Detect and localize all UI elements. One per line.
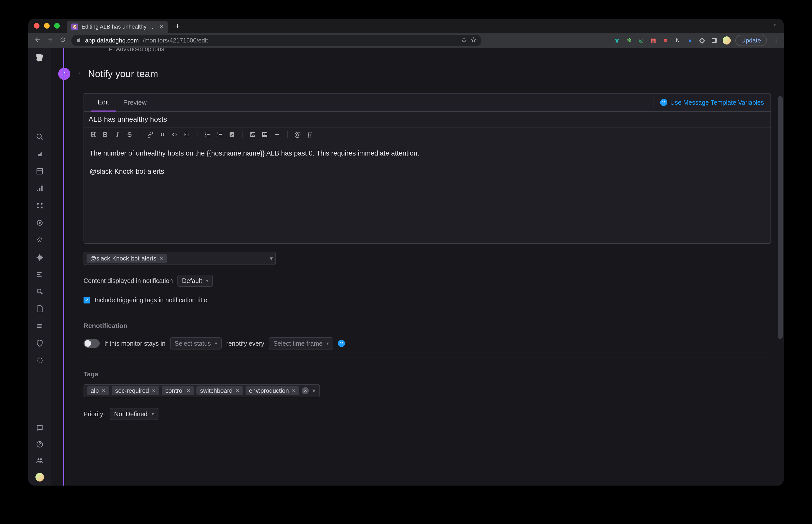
remove-tag-icon[interactable]: ✕	[236, 388, 239, 393]
renotify-timeframe-select[interactable]: Select time frame ▾	[269, 337, 334, 349]
checklist-button[interactable]	[227, 130, 236, 139]
tab-close-icon[interactable]: ✕	[159, 23, 163, 30]
user-avatar[interactable]	[35, 473, 44, 481]
svg-point-28	[251, 133, 252, 134]
window-minimize[interactable]	[44, 23, 50, 29]
nav-back-icon[interactable]	[33, 36, 42, 45]
window-close[interactable]	[34, 23, 39, 29]
subject-input[interactable]	[89, 115, 766, 124]
variable-button[interactable]: {{	[305, 130, 314, 139]
step-indicator-line	[63, 48, 64, 486]
browser-update-button[interactable]: Update	[735, 35, 767, 46]
notebooks-icon[interactable]	[36, 305, 44, 313]
ext-icon-4[interactable]: ▦	[650, 37, 657, 44]
tags-dropdown-icon[interactable]: ▾	[311, 387, 316, 394]
tag-chip: sec-required✕	[112, 386, 159, 395]
ext-icon-1[interactable]: ◉	[613, 37, 621, 44]
tags-input[interactable]: alb✕sec-required✕control✕switchboard✕env…	[83, 384, 320, 397]
remove-tag-icon[interactable]: ✕	[187, 388, 190, 393]
image-button[interactable]	[248, 130, 257, 139]
monitors-icon[interactable]	[36, 202, 44, 209]
subject-field[interactable]	[84, 112, 770, 128]
recipient-input[interactable]: @slack-Knock-bot-alerts ✕ ▾	[83, 252, 276, 265]
numbered-list-button[interactable]: 123	[215, 130, 224, 139]
ux-icon[interactable]	[36, 357, 44, 364]
message-editor-card: Edit Preview ? Use Message Template Vari…	[83, 93, 771, 244]
shield-icon[interactable]	[36, 339, 44, 347]
watchdog-icon[interactable]	[36, 150, 44, 158]
strike-button[interactable]: S	[125, 130, 134, 139]
tab-edit[interactable]: Edit	[91, 94, 116, 112]
help-icon[interactable]	[36, 441, 44, 448]
include-tags-checkbox[interactable]: ✓	[83, 297, 90, 304]
ci-icon[interactable]	[36, 322, 44, 330]
clear-tags-icon[interactable]: ✕	[302, 387, 309, 394]
remove-tag-icon[interactable]: ✕	[292, 388, 296, 393]
bookmark-icon[interactable]	[471, 37, 476, 44]
renotify-text-2: renotify every	[226, 340, 264, 347]
quote-button[interactable]	[158, 130, 167, 139]
integrations-icon[interactable]	[36, 253, 44, 261]
svg-point-13	[41, 327, 42, 328]
profile-avatar[interactable]	[723, 36, 731, 45]
mention-button[interactable]: @	[293, 130, 302, 139]
ext-icon-7[interactable]: ●	[686, 37, 694, 44]
renotify-status-select[interactable]: Select status ▾	[170, 337, 222, 349]
message-paragraph: The number of unhealthy hosts on the {{h…	[90, 148, 765, 159]
svg-point-18	[40, 458, 42, 460]
advanced-options-toggle[interactable]: ▸ Advanced options	[83, 48, 771, 53]
ext-icon-6[interactable]: N	[674, 37, 682, 44]
svg-point-21	[205, 134, 206, 135]
svg-rect-1	[715, 38, 717, 43]
ext-icon-3[interactable]: ◎	[638, 37, 645, 44]
ext-icon-2[interactable]: ❇	[625, 37, 633, 44]
italic-button[interactable]: I	[113, 130, 122, 139]
remove-tag-icon[interactable]: ✕	[102, 388, 106, 393]
apm-icon[interactable]	[36, 236, 44, 244]
window-zoom[interactable]	[54, 23, 60, 29]
table-button[interactable]	[260, 130, 269, 139]
code-button[interactable]	[170, 130, 179, 139]
priority-select[interactable]: Not Defined ▾	[110, 408, 158, 420]
datadog-logo[interactable]	[34, 52, 45, 63]
search-icon[interactable]	[36, 133, 44, 141]
message-mention: @slack-Knock-bot-alerts	[90, 166, 765, 178]
nav-forward-icon[interactable]	[46, 36, 54, 45]
security-icon[interactable]	[36, 288, 44, 295]
tab-preview[interactable]: Preview	[116, 94, 154, 111]
infrastructure-icon[interactable]	[36, 185, 44, 192]
url-field[interactable]: app.datadoghq.com/monitors/42171600/edit	[71, 35, 481, 46]
logs-icon[interactable]	[36, 271, 44, 278]
bullet-list-button[interactable]	[203, 130, 212, 139]
renotification-heading: Renotification	[83, 322, 771, 330]
chat-icon[interactable]	[36, 424, 44, 432]
tab-overview-icon[interactable]	[772, 22, 778, 29]
nav-reload-icon[interactable]	[59, 36, 67, 45]
dashboards-icon[interactable]	[36, 167, 44, 175]
dropdown-icon[interactable]: ▾	[270, 255, 273, 262]
browser-menu-icon[interactable]: ⋮	[771, 37, 781, 44]
renotify-help-icon[interactable]: ?	[338, 340, 345, 347]
ext-icon-5[interactable]: ≡	[662, 37, 669, 44]
content-display-select[interactable]: Default ▾	[177, 275, 213, 287]
slo-icon[interactable]	[36, 219, 44, 227]
team-icon[interactable]	[36, 457, 44, 464]
codeblock-button[interactable]	[182, 130, 191, 139]
template-variables-link[interactable]: ? Use Message Template Variables	[660, 99, 764, 106]
renotify-toggle[interactable]	[83, 339, 100, 348]
sidepanel-icon[interactable]	[711, 37, 718, 44]
remove-recipient-icon[interactable]: ✕	[159, 256, 163, 261]
hr-button[interactable]	[272, 130, 282, 139]
share-icon[interactable]	[461, 37, 467, 44]
scrollbar-thumb[interactable]	[778, 96, 783, 339]
recipient-chip-label: @slack-Knock-bot-alerts	[90, 255, 156, 262]
new-tab-button[interactable]: ＋	[174, 21, 181, 31]
message-body[interactable]: The number of unhealthy hosts on the {{h…	[84, 142, 770, 243]
bold-button[interactable]: B	[101, 130, 110, 139]
remove-tag-icon[interactable]: ✕	[152, 388, 156, 393]
link-button[interactable]	[146, 130, 155, 139]
browser-tab[interactable]: 🐶 Editing ALB has unhealthy hos… ✕	[67, 21, 168, 33]
heading-button[interactable]: H	[89, 130, 98, 139]
section-header[interactable]: 4 Notify your team	[58, 68, 771, 80]
extensions-puzzle-icon[interactable]	[698, 37, 706, 44]
